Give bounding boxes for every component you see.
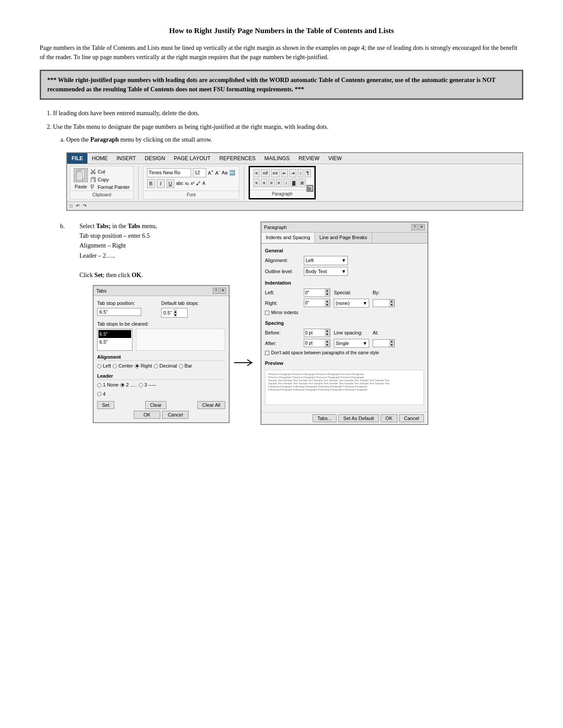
change-case-btn[interactable]: Aa	[222, 169, 227, 176]
dont-add-space-checkbox[interactable]	[265, 351, 269, 355]
leader-none-option[interactable]: 1 None	[97, 381, 118, 389]
list-item-2[interactable]: 6.5"	[98, 338, 131, 346]
before-down[interactable]: ▼	[325, 333, 330, 336]
justify-btn[interactable]: ≡	[276, 179, 282, 187]
by-spinner[interactable]: ▲ ▼	[389, 300, 394, 307]
after-down[interactable]: ▼	[325, 343, 330, 347]
default-stops-spinner[interactable]: ▲ ▼	[174, 309, 177, 316]
tabs-set-btn[interactable]: Set	[97, 401, 114, 409]
numbering-btn[interactable]: ≡#	[261, 169, 269, 177]
align-center-option[interactable]: Center	[113, 362, 133, 370]
tab-line-page-breaks[interactable]: Line and Page Breaks	[315, 233, 372, 243]
special-dropdown[interactable]: (none) ▼	[334, 299, 369, 308]
line-spacing-dropdown[interactable]: Single ▼	[334, 339, 369, 348]
tabs-ok-btn[interactable]: OK	[134, 411, 160, 419]
align-center-radio[interactable]	[113, 364, 117, 368]
at-down[interactable]: ▼	[389, 343, 394, 347]
at-up[interactable]: ▲	[389, 340, 394, 343]
format-painter-item[interactable]: Format Painter	[91, 184, 130, 191]
underline-btn[interactable]: U	[166, 179, 174, 188]
font-color-btn[interactable]: A	[202, 180, 205, 187]
left-indent-input[interactable]: 0" ▲ ▼	[304, 289, 330, 297]
leader-4-radio[interactable]	[97, 392, 102, 396]
strikethrough-btn[interactable]: abc	[176, 180, 183, 187]
ribbon-home[interactable]: HOME	[87, 153, 112, 164]
align-left-radio[interactable]	[97, 364, 102, 368]
after-up[interactable]: ▲	[325, 340, 330, 343]
align-left-btn[interactable]: ≡	[253, 179, 260, 187]
para-ok-btn[interactable]: OK	[381, 414, 397, 422]
tab-stop-input[interactable]	[97, 308, 141, 316]
increase-indent-btn[interactable]: ⇥	[289, 169, 296, 177]
tab-stops-list[interactable]: 6.5" 6.5"	[97, 329, 132, 351]
para-dialog-help-btn[interactable]: ?	[412, 224, 418, 230]
before-up[interactable]: ▲	[325, 329, 330, 333]
left-indent-down[interactable]: ▼	[325, 293, 330, 296]
align-bar-option[interactable]: Bar	[179, 362, 192, 370]
highlight-btn[interactable]: 🖍	[196, 180, 200, 187]
decrease-indent-btn[interactable]: ⇤	[281, 169, 288, 177]
para-tabs-btn[interactable]: Tabs...	[313, 414, 336, 422]
align-right-radio[interactable]	[135, 364, 139, 368]
bullets-btn[interactable]: ≡	[253, 169, 260, 177]
right-indent-input[interactable]: 0" ▲ ▼	[304, 299, 330, 307]
tabs-dialog-help-btn[interactable]: ?	[213, 288, 219, 294]
by-down[interactable]: ▼	[389, 303, 394, 307]
ribbon-view[interactable]: VIEW	[324, 153, 346, 164]
borders-btn[interactable]: ⊞	[299, 179, 306, 187]
right-indent-up[interactable]: ▲	[325, 300, 330, 303]
leader-2-radio[interactable]	[120, 383, 125, 387]
ribbon-mailings[interactable]: MAILINGS	[260, 153, 294, 164]
tab-indents-spacing[interactable]: Indents and Spacing	[261, 233, 315, 243]
cut-item[interactable]: Cut	[91, 168, 130, 176]
align-decimal-option[interactable]: Decimal	[154, 362, 177, 370]
align-center-btn[interactable]: ≡	[261, 179, 267, 187]
grow-font-btn[interactable]: A+	[208, 169, 214, 176]
tabs-cancel-btn[interactable]: Cancel	[162, 411, 189, 419]
paragraph-dialog-launcher[interactable]	[306, 185, 314, 192]
copy-item[interactable]: Copy	[91, 176, 130, 184]
bold-btn[interactable]: B	[147, 179, 155, 188]
font-size-select[interactable]: 12	[193, 168, 206, 177]
ribbon-review[interactable]: REVIEW	[294, 153, 324, 164]
font-name-select[interactable]: Times New Ro	[147, 168, 191, 177]
ribbon-references[interactable]: REFERENCES	[215, 153, 260, 164]
after-spinner[interactable]: ▲ ▼	[325, 340, 330, 347]
list-item-1[interactable]: 6.5"	[98, 330, 131, 338]
after-input[interactable]: 0 pt ▲ ▼	[304, 339, 330, 347]
show-marks-btn[interactable]: ¶	[305, 169, 310, 177]
outline-level-dropdown[interactable]: Body Text ▼	[304, 267, 348, 276]
shrink-font-btn[interactable]: A-	[215, 169, 219, 176]
subscript-btn[interactable]: x₂	[185, 180, 189, 187]
align-right-option[interactable]: Right	[135, 362, 152, 370]
align-right-btn[interactable]: ≡	[268, 179, 275, 187]
leader-4-option[interactable]: 4	[97, 390, 106, 398]
ribbon-design[interactable]: DESIGN	[140, 153, 170, 164]
ribbon-insert[interactable]: INSERT	[112, 153, 140, 164]
mirror-indents-checkbox[interactable]	[265, 311, 269, 315]
tabs-clear-all-btn[interactable]: Clear All	[197, 401, 225, 409]
tabs-clear-btn[interactable]: Clear	[145, 401, 166, 409]
shading-btn[interactable]: ▓	[291, 179, 297, 187]
default-stops-input[interactable]: 0.5" ▲ ▼	[161, 308, 188, 318]
para-dialog-close-btn[interactable]: ✕	[419, 224, 425, 230]
align-bar-radio[interactable]	[179, 364, 183, 368]
spinner-up[interactable]: ▲	[174, 309, 177, 313]
file-button[interactable]: FILE	[67, 153, 87, 164]
left-indent-spinner[interactable]: ▲ ▼	[325, 289, 330, 296]
left-indent-up[interactable]: ▲	[325, 289, 330, 293]
italic-btn[interactable]: I	[157, 179, 165, 188]
superscript-btn[interactable]: x²	[191, 180, 194, 187]
right-indent-spinner[interactable]: ▲ ▼	[325, 300, 330, 307]
by-up[interactable]: ▲	[389, 300, 394, 303]
spinner-down[interactable]: ▼	[174, 313, 177, 316]
right-indent-down[interactable]: ▼	[325, 303, 330, 307]
align-left-option[interactable]: Left	[97, 362, 111, 370]
align-decimal-radio[interactable]	[154, 364, 158, 368]
at-input[interactable]: ▲ ▼	[373, 339, 395, 347]
alignment-dropdown[interactable]: Left ▼	[304, 256, 348, 265]
before-input[interactable]: 0 pt ▲ ▼	[304, 329, 330, 337]
before-spinner[interactable]: ▲ ▼	[325, 329, 330, 336]
ribbon-page-layout[interactable]: PAGE LAYOUT	[170, 153, 215, 164]
paste-icon[interactable]	[74, 168, 88, 182]
